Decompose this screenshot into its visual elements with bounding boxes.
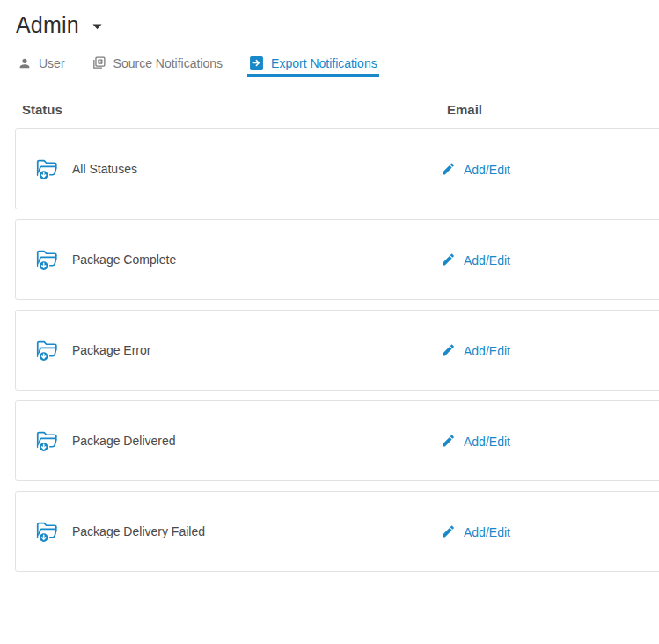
edit-pencil-icon [441,162,456,177]
edit-pencil-icon [441,434,456,449]
tab-export-notifications[interactable]: Export Notifications [247,50,379,77]
export-notifications-icon [249,55,264,70]
add-edit-label: Add/Edit [464,524,510,538]
table-row: All Statuses Add/Edit [15,128,659,209]
add-edit-label: Add/Edit [464,162,510,176]
page-title: Admin [16,11,79,38]
add-edit-link[interactable]: Add/Edit [441,343,510,358]
table-row: Package Error Add/Edit [15,310,659,391]
table-row: Package Delivered Add/Edit [15,400,659,481]
export-folder-download-icon [34,518,61,545]
tab-source-notifications[interactable]: Source Notifications [90,50,225,77]
add-edit-label: Add/Edit [464,343,510,357]
export-folder-download-icon [34,428,61,454]
edit-pencil-icon [441,524,456,539]
tab-label: Export Notifications [271,56,377,70]
user-icon [18,56,32,70]
status-label: Package Delivery Failed [72,524,205,538]
table-row: Package Delivery Failed Add/Edit [15,491,659,572]
table-header: Status Email [0,102,659,117]
column-header-email: Email [447,102,659,117]
add-edit-label: Add/Edit [464,252,510,267]
edit-pencil-icon [441,343,456,358]
add-edit-link[interactable]: Add/Edit [441,524,510,539]
add-edit-link[interactable]: Add/Edit [441,434,510,449]
edit-pencil-icon [441,252,456,267]
status-label: Package Complete [72,252,176,267]
status-label: All Statuses [72,162,137,176]
tab-label: Source Notifications [113,56,223,70]
admin-menu[interactable]: Admin [0,0,123,38]
status-label: Package Error [72,343,150,357]
add-edit-label: Add/Edit [464,434,510,448]
add-edit-link[interactable]: Add/Edit [441,162,510,177]
status-label: Package Delivered [72,434,176,448]
export-folder-download-icon [34,337,61,363]
tab-user[interactable]: User [16,51,67,77]
dropdown-caret-icon[interactable] [92,24,102,30]
table-row: Package Complete Add/Edit [15,219,659,300]
source-notifications-icon [92,55,106,70]
column-header-status: Status [22,102,447,117]
add-edit-link[interactable]: Add/Edit [441,252,510,267]
notification-row-list: All Statuses Add/Edit Package Complete A… [0,128,659,572]
tab-bar: User Source Notifications Export Notific… [0,50,659,77]
export-folder-download-icon [34,246,61,273]
tab-label: User [39,56,65,70]
export-folder-download-icon [34,156,61,182]
